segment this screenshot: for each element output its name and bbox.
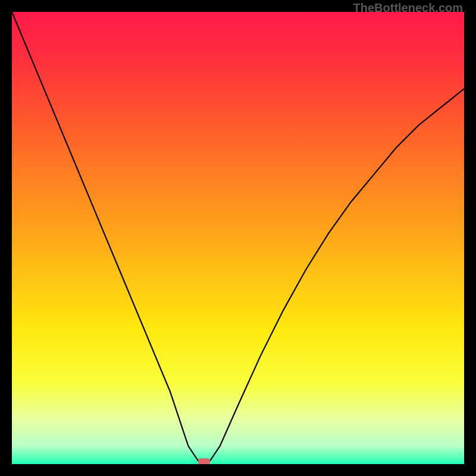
- gradient-background: [12, 12, 464, 464]
- plot-area: [12, 12, 464, 464]
- optimum-marker: [198, 458, 210, 464]
- watermark-text: TheBottleneck.com: [353, 1, 463, 15]
- chart-svg: [12, 12, 464, 464]
- chart-container: TheBottleneck.com: [0, 0, 476, 476]
